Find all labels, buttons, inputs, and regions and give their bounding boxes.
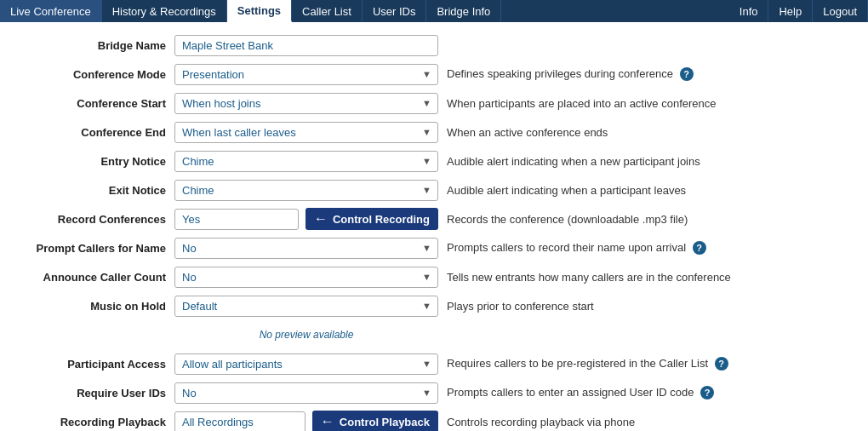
record-conferences-row: Record Conferences ← Control Recording R… <box>17 204 851 233</box>
exit-notice-desc: Audible alert indicating when a particip… <box>443 175 851 204</box>
conference-start-select[interactable]: When host joins Immediately <box>174 93 438 114</box>
conference-start-label: Conference Start <box>17 89 170 118</box>
bridge-name-input-cell <box>170 31 443 60</box>
control-recording-label: Control Recording <box>333 213 430 226</box>
nav-item-live-conference[interactable]: Live Conference <box>0 0 102 22</box>
prompt-callers-desc: Prompts callers to record their name upo… <box>443 233 851 262</box>
exit-notice-label: Exit Notice <box>17 175 170 204</box>
conference-start-row: Conference Start When host joins Immedia… <box>17 89 851 118</box>
conference-end-input-cell: When last caller leaves When host leaves… <box>170 118 443 147</box>
record-conferences-input[interactable] <box>174 209 299 230</box>
conference-end-select-wrapper: When last caller leaves When host leaves… <box>174 122 438 143</box>
nav-item-settings[interactable]: Settings <box>227 0 292 22</box>
prompt-callers-select[interactable]: No Yes <box>174 238 438 259</box>
nav-right: Info Help Logout <box>729 0 868 22</box>
prompt-callers-select-wrapper: No Yes ▼ <box>174 238 438 259</box>
nav-item-user-ids[interactable]: User IDs <box>363 0 427 22</box>
conference-end-desc: When an active conference ends <box>443 118 851 147</box>
conference-start-desc: When participants are placed into an act… <box>443 89 851 118</box>
music-on-hold-input-cell: Default None Custom ▼ <box>170 291 443 320</box>
require-user-ids-row: Require User IDs No Yes ▼ Prompts caller… <box>17 378 851 407</box>
record-conferences-desc: Records the conference (downloadable .mp… <box>443 204 851 233</box>
nav-item-help[interactable]: Help <box>768 0 813 22</box>
nav-item-logout[interactable]: Logout <box>813 0 868 22</box>
exit-notice-select-wrapper: Chime None Name ▼ <box>174 180 438 201</box>
participant-access-select[interactable]: Allow all participants Registered only <box>174 353 438 375</box>
participant-access-label: Participant Access <box>17 349 170 378</box>
recording-playback-input[interactable] <box>174 411 306 432</box>
require-user-ids-label: Require User IDs <box>17 378 170 407</box>
conference-end-row: Conference End When last caller leaves W… <box>17 118 851 147</box>
bridge-name-desc <box>443 31 851 60</box>
entry-notice-desc: Audible alert indicating when a new part… <box>443 147 851 175</box>
recording-playback-row: Recording Playback ← Control Playback Co… <box>17 407 851 431</box>
conference-start-select-wrapper: When host joins Immediately ▼ <box>174 93 438 114</box>
music-on-hold-select-wrapper: Default None Custom ▼ <box>174 296 438 317</box>
arrow-left-icon: ← <box>314 211 328 227</box>
prompt-callers-help-icon[interactable]: ? <box>693 241 706 255</box>
settings-form: Bridge Name Conference Mode Presentation… <box>17 31 851 431</box>
no-preview-cell: No preview available <box>170 320 443 349</box>
recording-playback-wrap: ← Control Playback <box>174 411 438 431</box>
prompt-callers-label: Prompt Callers for Name <box>17 233 170 262</box>
control-playback-label: Control Playback <box>340 416 430 428</box>
announce-caller-count-label: Announce Caller Count <box>17 262 170 291</box>
exit-notice-row: Exit Notice Chime None Name ▼ Audible al… <box>17 175 851 204</box>
entry-notice-select[interactable]: Chime None Name <box>174 151 438 172</box>
nav-item-caller-list[interactable]: Caller List <box>292 0 363 22</box>
participant-access-row: Participant Access Allow all participant… <box>17 349 851 378</box>
recording-playback-desc: Controls recording playback via phone <box>443 407 851 431</box>
music-on-hold-label: Music on Hold <box>17 291 170 320</box>
recording-playback-input-cell: ← Control Playback <box>170 407 443 431</box>
conference-mode-select-wrapper: Presentation Open Q&A ▼ <box>174 64 438 85</box>
conference-mode-desc: Defines speaking privileges during confe… <box>443 60 851 89</box>
bridge-name-input[interactable] <box>174 35 438 56</box>
conference-mode-help-icon[interactable]: ? <box>680 67 694 81</box>
entry-notice-input-cell: Chime None Name ▼ <box>170 147 443 175</box>
main-content: Bridge Name Conference Mode Presentation… <box>0 22 868 431</box>
entry-notice-row: Entry Notice Chime None Name ▼ Audible a… <box>17 147 851 175</box>
conference-mode-label: Conference Mode <box>17 60 170 89</box>
announce-caller-count-select[interactable]: No Yes <box>174 267 438 288</box>
participant-access-desc: Requires callers to be pre-registered in… <box>443 349 851 378</box>
participant-access-select-wrapper: Allow all participants Registered only ▼ <box>174 353 438 375</box>
announce-caller-count-select-wrapper: No Yes ▼ <box>174 267 438 288</box>
require-user-ids-input-cell: No Yes ▼ <box>170 378 443 407</box>
record-conferences-wrap: ← Control Recording <box>174 208 438 230</box>
music-on-hold-select[interactable]: Default None Custom <box>174 296 438 317</box>
conference-end-label: Conference End <box>17 118 170 147</box>
entry-notice-label: Entry Notice <box>17 147 170 175</box>
entry-notice-select-wrapper: Chime None Name ▼ <box>174 151 438 172</box>
participant-access-input-cell: Allow all participants Registered only ▼ <box>170 349 443 378</box>
record-conferences-label: Record Conferences <box>17 204 170 233</box>
bridge-name-label: Bridge Name <box>17 31 170 60</box>
require-user-ids-select-wrapper: No Yes ▼ <box>174 382 438 404</box>
no-preview-row: No preview available <box>17 320 851 349</box>
nav-item-history[interactable]: History & Recordings <box>102 0 227 22</box>
require-user-ids-desc: Prompts callers to enter an assigned Use… <box>443 378 851 407</box>
conference-mode-row: Conference Mode Presentation Open Q&A ▼ … <box>17 60 851 89</box>
nav-bar: Live Conference History & Recordings Set… <box>0 0 868 22</box>
conference-end-select[interactable]: When last caller leaves When host leaves <box>174 122 438 143</box>
conference-mode-input-cell: Presentation Open Q&A ▼ <box>170 60 443 89</box>
control-recording-button[interactable]: ← Control Recording <box>306 208 438 230</box>
participant-access-help-icon[interactable]: ? <box>715 357 728 371</box>
no-preview-label-cell <box>17 320 170 349</box>
music-on-hold-row: Music on Hold Default None Custom ▼ Play… <box>17 291 851 320</box>
require-user-ids-select[interactable]: No Yes <box>174 382 438 404</box>
nav-item-info[interactable]: Info <box>729 0 769 22</box>
record-conferences-input-cell: ← Control Recording <box>170 204 443 233</box>
announce-caller-count-input-cell: No Yes ▼ <box>170 262 443 291</box>
recording-playback-label: Recording Playback <box>17 407 170 431</box>
nav-item-bridge-info[interactable]: Bridge Info <box>426 0 501 22</box>
require-user-ids-help-icon[interactable]: ? <box>700 386 714 399</box>
music-on-hold-desc: Plays prior to conference start <box>443 291 851 320</box>
announce-caller-count-desc: Tells new entrants how many callers are … <box>443 262 851 291</box>
prompt-callers-input-cell: No Yes ▼ <box>170 233 443 262</box>
conference-mode-select[interactable]: Presentation Open Q&A <box>174 64 438 85</box>
control-playback-button[interactable]: ← Control Playback <box>312 411 438 431</box>
exit-notice-select[interactable]: Chime None Name <box>174 180 438 201</box>
arrow-left-icon: ← <box>321 414 334 429</box>
prompt-callers-row: Prompt Callers for Name No Yes ▼ Prompts… <box>17 233 851 262</box>
announce-caller-count-row: Announce Caller Count No Yes ▼ Tells new… <box>17 262 851 291</box>
